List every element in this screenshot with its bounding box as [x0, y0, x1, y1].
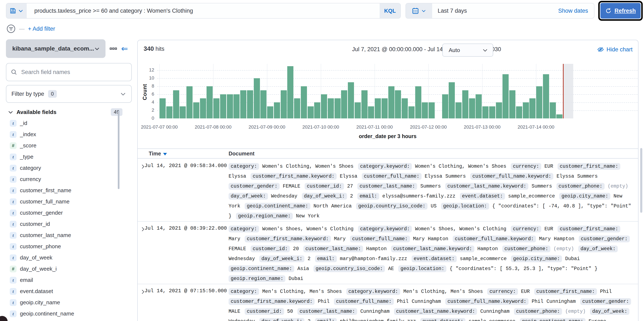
filter-by-type-select[interactable]: Filter by type 0: [6, 85, 132, 103]
sidebar-scrollbar[interactable]: [118, 111, 120, 189]
histogram-bar[interactable]: [267, 106, 273, 118]
filter-icon[interactable]: [6, 24, 16, 33]
histogram-bar[interactable]: [415, 86, 421, 118]
histogram-bar[interactable]: [240, 90, 246, 118]
histogram-bar[interactable]: [274, 102, 280, 118]
collapse-sidebar-icon[interactable]: ⇐: [121, 45, 128, 53]
histogram-bar[interactable]: [328, 98, 334, 118]
field-item[interactable]: tcustomer_gender: [6, 207, 134, 218]
histogram-bar[interactable]: [408, 106, 414, 118]
field-item[interactable]: tcustomer_phone: [6, 241, 134, 252]
histogram-plot[interactable]: [157, 64, 638, 118]
histogram-bar[interactable]: [234, 94, 240, 118]
show-dates-button[interactable]: Show dates: [558, 3, 594, 18]
field-item[interactable]: t_index: [6, 129, 134, 140]
histogram-bar[interactable]: [206, 86, 213, 118]
time-range-value[interactable]: Last 7 days: [432, 3, 558, 18]
histogram-bar[interactable]: [160, 98, 166, 118]
field-item[interactable]: #day_of_week_i: [6, 263, 134, 275]
field-item[interactable]: tevent.dataset: [6, 286, 134, 297]
histogram-bar[interactable]: [476, 94, 482, 118]
field-item[interactable]: #_score: [6, 140, 134, 151]
refresh-button[interactable]: Refresh: [600, 3, 640, 19]
histogram-bar[interactable]: [308, 106, 314, 118]
histogram-bar[interactable]: [516, 106, 522, 118]
saved-query-menu[interactable]: [6, 3, 27, 18]
histogram-bar[interactable]: [247, 90, 253, 118]
histogram-bar[interactable]: [348, 82, 354, 118]
field-item[interactable]: tcustomer_full_name: [6, 196, 134, 207]
histogram-bar[interactable]: [456, 102, 462, 118]
add-filter-button[interactable]: + Add filter: [28, 26, 55, 32]
hide-chart-button[interactable]: Hide chart: [597, 46, 632, 53]
field-item[interactable]: temail: [6, 275, 134, 286]
histogram-bar[interactable]: [354, 102, 361, 118]
histogram-bar[interactable]: [482, 106, 488, 118]
histogram-bar[interactable]: [502, 74, 509, 118]
histogram-bar[interactable]: [395, 90, 401, 118]
field-item[interactable]: tcurrency: [6, 174, 134, 185]
histogram-bar[interactable]: [173, 90, 179, 118]
histogram-bar[interactable]: [220, 94, 226, 118]
field-item[interactable]: tgeoip.continent_name: [6, 308, 134, 319]
histogram-bar[interactable]: [254, 78, 260, 118]
histogram-bar[interactable]: [449, 82, 455, 118]
histogram-bar[interactable]: [213, 98, 220, 118]
histogram-bar[interactable]: [523, 102, 529, 118]
histogram-bar[interactable]: [166, 106, 172, 118]
histogram-bar[interactable]: [509, 90, 516, 118]
field-item[interactable]: tday_of_week: [6, 252, 134, 263]
histogram-bar[interactable]: [334, 98, 341, 118]
histogram-bar[interactable]: [375, 98, 381, 118]
histogram-bar[interactable]: [281, 90, 287, 118]
field-item[interactable]: tgeoip.city_name: [6, 297, 134, 308]
histogram-bar[interactable]: [402, 98, 408, 118]
kql-language-button[interactable]: KQL: [380, 3, 400, 18]
histogram-bar[interactable]: [489, 106, 495, 118]
histogram-bar[interactable]: [227, 94, 233, 118]
histogram-bar[interactable]: [341, 90, 347, 118]
histogram-bar[interactable]: [469, 98, 475, 118]
field-item[interactable]: tcategory: [6, 162, 134, 174]
boxes-horizontal-icon[interactable]: [109, 45, 117, 53]
field-item[interactable]: tcustomer_first_name: [6, 185, 134, 196]
field-item[interactable]: tcustomer_id: [6, 218, 134, 230]
histogram-bar[interactable]: [193, 102, 199, 118]
query-input[interactable]: products.taxless_price >= 60 and categor…: [27, 3, 380, 18]
field-item[interactable]: tcustomer_last_name: [6, 230, 134, 241]
histogram-bar[interactable]: [362, 90, 368, 118]
histogram-bar[interactable]: [368, 106, 374, 118]
histogram-bar[interactable]: [462, 90, 468, 118]
field-search-input[interactable]: Search field names: [6, 63, 132, 81]
histogram-bar[interactable]: [496, 102, 502, 118]
date-quick-menu[interactable]: [406, 3, 432, 18]
histogram-bar[interactable]: [301, 86, 307, 118]
histogram-bar[interactable]: [556, 114, 562, 118]
column-header-time[interactable]: Time: [149, 151, 167, 157]
field-item[interactable]: tgeoip.country_iso_code: [6, 319, 134, 321]
histogram-bar[interactable]: [382, 98, 388, 118]
histogram-bar[interactable]: [530, 98, 536, 118]
available-fields-header[interactable]: Available fields 49: [6, 108, 134, 116]
histogram-bar[interactable]: [388, 86, 394, 118]
histogram-bar[interactable]: [543, 74, 549, 118]
histogram-bar[interactable]: [294, 98, 300, 118]
field-item[interactable]: t_id: [6, 118, 134, 129]
interval-select[interactable]: Auto: [442, 44, 493, 57]
histogram-bar[interactable]: [200, 98, 206, 118]
histogram-bar[interactable]: [287, 66, 294, 118]
field-item[interactable]: t_type: [6, 151, 134, 162]
histogram-bar[interactable]: [321, 94, 327, 118]
histogram-bar[interactable]: [428, 102, 435, 118]
histogram-bar[interactable]: [180, 106, 186, 118]
histogram-bar[interactable]: [422, 102, 428, 118]
histogram-bar[interactable]: [536, 86, 542, 118]
y-tick-label: 4: [145, 99, 154, 105]
histogram-bar[interactable]: [314, 102, 320, 118]
doc-table-scrollbar[interactable]: [640, 148, 642, 213]
histogram-bar[interactable]: [442, 94, 448, 118]
histogram-bar[interactable]: [550, 102, 556, 118]
histogram-bar[interactable]: [260, 90, 266, 118]
index-pattern-select[interactable]: kibana_sample_data_ecom...: [6, 39, 106, 58]
histogram-bar[interactable]: [186, 86, 192, 118]
